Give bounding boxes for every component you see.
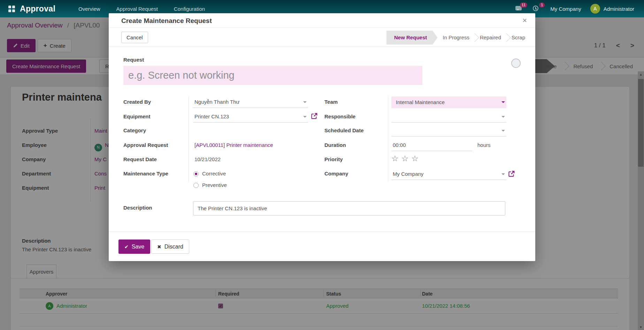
chevron-down-icon[interactable] xyxy=(501,173,505,177)
close-icon[interactable]: × xyxy=(522,16,527,25)
app-name[interactable]: Approval xyxy=(20,4,55,14)
messages-icon[interactable]: 11 xyxy=(515,5,524,13)
scheduled-date-label: Scheduled Date xyxy=(324,124,364,137)
messages-badge: 11 xyxy=(520,2,527,8)
star-icon: ☆ xyxy=(391,154,401,163)
duration-unit: hours xyxy=(477,139,491,151)
form-row: Created By Nguyễn Thanh Thư Team Interna… xyxy=(109,96,535,110)
nav-item-configuration[interactable]: Configuration xyxy=(174,6,205,12)
user-avatar: A xyxy=(590,4,600,14)
step-repaired[interactable]: Repaired xyxy=(475,31,506,45)
modal-subheader: Cancel New Request In Progress Repaired … xyxy=(109,28,535,47)
chevron-down-icon[interactable] xyxy=(501,130,505,133)
request-input[interactable] xyxy=(123,66,422,85)
star-icon: ☆ xyxy=(411,154,421,163)
cancel-button[interactable]: Cancel xyxy=(121,32,148,43)
radio-icon[interactable] xyxy=(193,183,199,188)
request-label: Request xyxy=(123,57,144,63)
category-label: Category xyxy=(123,124,146,137)
responsible-field[interactable] xyxy=(391,111,506,123)
equipment-label: Equipment xyxy=(123,110,151,123)
modal-header: Create Maintenance Request × xyxy=(109,13,535,28)
kanban-state-circle[interactable] xyxy=(511,58,521,68)
duration-label: Duration xyxy=(324,139,346,151)
team-field[interactable]: Internal Maintenance xyxy=(391,96,506,108)
created-by-label: Created By xyxy=(123,96,151,108)
radio-corrective[interactable]: Corrective xyxy=(193,168,226,179)
request-date-label: Request Date xyxy=(123,153,157,166)
save-button[interactable]: ✔ Save xyxy=(118,239,150,254)
user-menu[interactable]: A Administrator xyxy=(590,4,634,14)
user-name: Administrator xyxy=(604,6,634,12)
chevron-down-icon[interactable] xyxy=(501,116,505,119)
equipment-field[interactable]: Printer CN.123 xyxy=(193,111,308,123)
responsible-label: Responsible xyxy=(324,110,355,123)
modal-footer: ✔ Save ✖ Discard xyxy=(109,231,535,261)
approval-request-link[interactable]: [APVL00011] Printer maintenance xyxy=(194,139,273,151)
x-icon: ✖ xyxy=(157,244,161,250)
form-row: Maintenance Type Corrective Preventive C… xyxy=(109,167,535,192)
create-maintenance-request-modal: Create Maintenance Request × Cancel New … xyxy=(109,13,535,261)
company-field[interactable]: My Company xyxy=(391,168,506,180)
radio-icon[interactable] xyxy=(193,171,199,176)
check-icon: ✔ xyxy=(124,244,129,250)
company-switcher[interactable]: My Company xyxy=(550,6,581,12)
scheduled-date-field[interactable] xyxy=(391,125,506,136)
step-in-progress[interactable]: In Progress xyxy=(437,31,475,45)
team-label: Team xyxy=(324,96,338,108)
nav-item-approval-request[interactable]: Approval Request xyxy=(116,6,158,12)
form-row: Approval Request [APVL00011] Printer mai… xyxy=(109,139,535,153)
modal-title: Create Maintenance Request xyxy=(121,13,212,29)
nav-item-overview[interactable]: Overview xyxy=(78,6,100,12)
apps-grid-icon[interactable] xyxy=(8,6,15,12)
chevron-down-icon[interactable] xyxy=(303,116,307,119)
chevron-down-icon[interactable] xyxy=(501,101,505,105)
form-row: Request Date 10/21/2022 Priority ☆☆☆ xyxy=(109,153,535,167)
approval-request-label: Approval Request xyxy=(123,139,168,151)
star-icon: ☆ xyxy=(401,154,412,163)
duration-field[interactable]: 00:00 xyxy=(391,140,472,151)
company-label: Company xyxy=(324,167,348,180)
step-new-request[interactable]: New Request xyxy=(386,31,437,45)
external-link-icon[interactable] xyxy=(311,113,317,119)
modal-description-label: Description xyxy=(123,205,152,211)
modal-description-input[interactable] xyxy=(193,201,505,215)
created-by-field[interactable]: Nguyễn Thanh Thư xyxy=(193,96,308,108)
activities-badge: 1 xyxy=(539,2,545,8)
priority-label: Priority xyxy=(324,153,343,166)
nav-menu: Overview Approval Request Configuration xyxy=(78,6,205,12)
modal-statusbar: New Request In Progress Repaired Scrap xyxy=(386,31,530,45)
radio-preventive[interactable]: Preventive xyxy=(193,180,227,190)
activities-icon[interactable]: 1 xyxy=(533,5,541,13)
maintenance-type-label: Maintenance Type xyxy=(123,167,168,180)
request-date-value: 10/21/2022 xyxy=(194,153,221,166)
chevron-down-icon[interactable] xyxy=(303,101,307,105)
discard-button[interactable]: ✖ Discard xyxy=(151,239,189,254)
form-row: Equipment Printer CN.123 Responsible xyxy=(109,110,535,124)
priority-stars[interactable]: ☆☆☆ xyxy=(391,154,421,163)
screen: Approval Overview Approval Request Confi… xyxy=(0,0,644,330)
external-link-icon[interactable] xyxy=(508,171,515,177)
clock-icon xyxy=(533,6,538,11)
form-row: Category Scheduled Date xyxy=(109,124,535,138)
